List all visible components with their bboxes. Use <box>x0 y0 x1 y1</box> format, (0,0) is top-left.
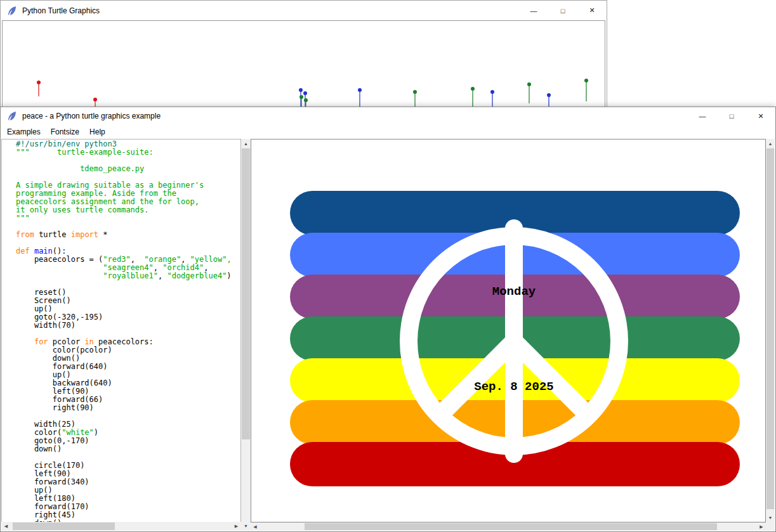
code-line: tdemo_peace.py <box>16 165 240 173</box>
code-line: from turtle import * <box>16 231 240 239</box>
canvas-horizontal-scrollbar[interactable]: ◀ ▶ <box>251 522 766 531</box>
scroll-up-icon[interactable]: ▲ <box>241 139 251 148</box>
scroll-left-icon[interactable]: ◀ <box>1 522 11 531</box>
menu-fontsize[interactable]: Fontsize <box>46 126 84 138</box>
menu-examples[interactable]: Examples <box>2 126 46 138</box>
canvas-text: Monday <box>492 285 536 299</box>
canvas-pane: MondaySep. 8 2025 ▲ ▼ ◀ ▶ <box>251 139 775 531</box>
minimize-button[interactable]: — <box>519 1 548 20</box>
peace-window-titlebar[interactable]: peace - a Python turtle graphics example… <box>1 107 775 125</box>
scroll-left-icon[interactable]: ◀ <box>251 522 260 532</box>
peace-window-controls: — □ ✕ <box>688 107 775 125</box>
code-vscroll-thumb[interactable] <box>242 148 250 439</box>
close-button[interactable]: ✕ <box>746 107 775 125</box>
menubar: Examples Fontsize Help <box>1 125 775 139</box>
code-vscroll-track[interactable] <box>241 148 251 521</box>
code-hscroll-thumb[interactable] <box>13 522 114 530</box>
code-line: right(90) <box>16 404 240 412</box>
code-line: it only uses turtle commands. <box>16 206 240 214</box>
code-hscroll-track[interactable] <box>11 522 232 531</box>
scroll-up-icon[interactable]: ▲ <box>766 139 775 148</box>
back-window-controls: — □ ✕ <box>519 1 607 20</box>
menu-help[interactable]: Help <box>84 126 110 138</box>
code-vertical-scrollbar[interactable]: ▲ ▼ <box>241 139 251 531</box>
tk-feather-icon <box>7 111 17 121</box>
code-line: """ <box>16 214 240 223</box>
canvas-hscroll-track[interactable] <box>260 522 757 531</box>
scroll-right-icon[interactable]: ▶ <box>757 522 766 532</box>
turtle-canvas: MondaySep. 8 2025 <box>251 139 766 522</box>
back-window-title: Python Turtle Graphics <box>22 6 100 15</box>
canvas-vscroll-thumb[interactable] <box>766 148 774 509</box>
minimize-button[interactable]: — <box>688 107 717 125</box>
close-button[interactable]: ✕ <box>577 1 607 20</box>
peace-symbol <box>251 139 766 522</box>
scroll-right-icon[interactable]: ▶ <box>232 522 241 531</box>
maximize-button[interactable]: □ <box>717 107 746 125</box>
peace-window: peace - a Python turtle graphics example… <box>0 107 776 532</box>
scroll-down-icon[interactable]: ▼ <box>241 521 251 531</box>
tk-feather-icon <box>7 6 17 16</box>
canvas-text: Sep. 8 2025 <box>474 380 553 394</box>
code-line: """ turtle-example-suite: <box>16 148 240 157</box>
scrollbar-corner <box>766 522 775 531</box>
code-area[interactable]: #!/usr/bin/env python3""" turtle-example… <box>1 139 241 522</box>
code-line: "royalblue1", "dodgerblue4") <box>16 272 240 280</box>
code-line: width(70) <box>16 321 240 330</box>
window-content: #!/usr/bin/env python3""" turtle-example… <box>1 139 775 531</box>
maximize-button[interactable]: □ <box>548 1 577 20</box>
code-line: down() <box>16 445 240 453</box>
scroll-down-icon[interactable]: ▼ <box>766 513 775 522</box>
code-horizontal-scrollbar[interactable]: ◀ ▶ <box>1 522 241 531</box>
peace-window-title: peace - a Python turtle graphics example <box>22 112 161 120</box>
code-pane: #!/usr/bin/env python3""" turtle-example… <box>1 139 251 531</box>
canvas-hscroll-thumb[interactable] <box>305 523 718 530</box>
back-window-titlebar[interactable]: Python Turtle Graphics — □ ✕ <box>1 1 607 20</box>
canvas-vscroll-track[interactable] <box>766 148 775 513</box>
canvas-vertical-scrollbar[interactable]: ▲ ▼ <box>766 139 775 522</box>
